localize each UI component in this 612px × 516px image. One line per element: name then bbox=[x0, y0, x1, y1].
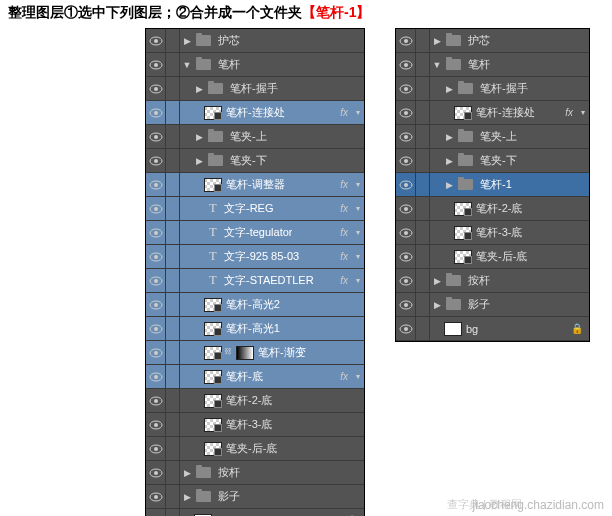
fx-toggle-icon[interactable]: ▾ bbox=[356, 108, 360, 117]
visibility-toggle[interactable] bbox=[146, 29, 166, 52]
visibility-icon[interactable] bbox=[149, 372, 163, 382]
row-content[interactable]: bg bbox=[180, 509, 364, 516]
layer-name[interactable]: 笔杆-3-底 bbox=[226, 417, 272, 432]
layer-name[interactable]: 笔杆-调整器 bbox=[226, 177, 285, 192]
row-content[interactable]: T文字-tegulator bbox=[180, 221, 364, 244]
layer-thumbnail[interactable] bbox=[204, 298, 222, 312]
row-content[interactable]: 笔杆-3-底 bbox=[180, 413, 364, 436]
layer-row[interactable]: ▶笔杆-握手 bbox=[146, 77, 364, 101]
row-content[interactable]: T文字-925 85-03 bbox=[180, 245, 364, 268]
visibility-toggle[interactable] bbox=[396, 269, 416, 292]
layer-row[interactable]: ▶按杆 bbox=[396, 269, 589, 293]
expand-toggle[interactable]: ▶ bbox=[182, 492, 192, 502]
expand-toggle[interactable]: ▶ bbox=[432, 300, 442, 310]
visibility-toggle[interactable] bbox=[146, 269, 166, 292]
visibility-toggle[interactable] bbox=[146, 149, 166, 172]
layer-name[interactable]: 笔夹-后-底 bbox=[476, 249, 527, 264]
visibility-toggle[interactable] bbox=[146, 173, 166, 196]
visibility-toggle[interactable] bbox=[146, 461, 166, 484]
expand-toggle[interactable]: ▶ bbox=[444, 180, 454, 190]
layer-name[interactable]: 笔杆 bbox=[468, 57, 490, 72]
visibility-toggle[interactable] bbox=[396, 317, 416, 340]
expand-toggle[interactable]: ▶ bbox=[444, 156, 454, 166]
layer-row[interactable]: ▶笔夹-下 bbox=[396, 149, 589, 173]
layer-row[interactable]: T文字-STAEDTLERfx▾ bbox=[146, 269, 364, 293]
visibility-toggle[interactable] bbox=[146, 341, 166, 364]
layer-name[interactable]: 笔杆-3-底 bbox=[476, 225, 522, 240]
visibility-toggle[interactable] bbox=[146, 125, 166, 148]
visibility-icon[interactable] bbox=[149, 348, 163, 358]
layer-row[interactable]: ▶护芯 bbox=[396, 29, 589, 53]
visibility-icon[interactable] bbox=[149, 468, 163, 478]
layer-row[interactable]: ▶笔杆-握手 bbox=[396, 77, 589, 101]
expand-toggle[interactable]: ▶ bbox=[182, 468, 192, 478]
layer-row[interactable]: 笔杆-2-底 bbox=[146, 389, 364, 413]
row-content[interactable]: T文字-STAEDTLER bbox=[180, 269, 364, 292]
row-content[interactable]: ⛓笔杆-渐变 bbox=[180, 341, 364, 364]
layer-thumbnail[interactable] bbox=[454, 226, 472, 240]
expand-toggle[interactable]: ▼ bbox=[432, 60, 442, 70]
visibility-icon[interactable] bbox=[149, 396, 163, 406]
row-content[interactable]: ▶笔杆-握手 bbox=[430, 77, 589, 100]
row-content[interactable]: 笔杆-高光2 bbox=[180, 293, 364, 316]
fx-toggle-icon[interactable]: ▾ bbox=[356, 372, 360, 381]
layer-row[interactable]: ▶影子 bbox=[396, 293, 589, 317]
layer-name[interactable]: 笔夹-后-底 bbox=[226, 441, 277, 456]
row-content[interactable]: ▶影子 bbox=[430, 293, 589, 316]
layer-row[interactable]: 笔杆-调整器fx▾ bbox=[146, 173, 364, 197]
visibility-toggle[interactable] bbox=[146, 101, 166, 124]
layer-thumbnail[interactable] bbox=[204, 322, 222, 336]
layer-name[interactable]: 笔杆-高光2 bbox=[226, 297, 280, 312]
fx-badge[interactable]: fx bbox=[340, 371, 348, 382]
visibility-icon[interactable] bbox=[149, 84, 163, 94]
layer-name[interactable]: 按杆 bbox=[468, 273, 490, 288]
layer-name[interactable]: 笔夹-上 bbox=[230, 129, 267, 144]
visibility-icon[interactable] bbox=[149, 300, 163, 310]
fx-badge[interactable]: fx bbox=[340, 275, 348, 286]
visibility-icon[interactable] bbox=[399, 108, 413, 118]
layer-name[interactable]: 笔杆-渐变 bbox=[258, 345, 306, 360]
layer-row[interactable]: bg🔒 bbox=[146, 509, 364, 516]
visibility-toggle[interactable] bbox=[396, 77, 416, 100]
layer-thumbnail[interactable] bbox=[204, 418, 222, 432]
visibility-icon[interactable] bbox=[399, 84, 413, 94]
row-content[interactable]: T文字-REG bbox=[180, 197, 364, 220]
row-content[interactable]: ▶笔夹-下 bbox=[430, 149, 589, 172]
layer-thumbnail[interactable] bbox=[204, 106, 222, 120]
layer-name[interactable]: 影子 bbox=[468, 297, 490, 312]
visibility-toggle[interactable] bbox=[396, 53, 416, 76]
layer-row[interactable]: ▶笔夹-上 bbox=[146, 125, 364, 149]
layer-row[interactable]: bg🔒 bbox=[396, 317, 589, 341]
visibility-icon[interactable] bbox=[149, 60, 163, 70]
row-content[interactable]: ▶笔夹-下 bbox=[180, 149, 364, 172]
row-content[interactable]: ▶影子 bbox=[180, 485, 364, 508]
visibility-icon[interactable] bbox=[399, 252, 413, 262]
fx-toggle-icon[interactable]: ▾ bbox=[356, 252, 360, 261]
row-content[interactable]: 笔杆-连接处 bbox=[180, 101, 364, 124]
layer-name[interactable]: 文字-tegulator bbox=[224, 225, 292, 240]
visibility-toggle[interactable] bbox=[396, 101, 416, 124]
expand-toggle[interactable]: ▶ bbox=[444, 84, 454, 94]
fx-toggle-icon[interactable]: ▾ bbox=[356, 204, 360, 213]
expand-toggle[interactable]: ▶ bbox=[432, 36, 442, 46]
visibility-icon[interactable] bbox=[399, 276, 413, 286]
layer-name[interactable]: 笔杆-2-底 bbox=[476, 201, 522, 216]
fx-badge[interactable]: fx bbox=[565, 107, 573, 118]
visibility-icon[interactable] bbox=[149, 132, 163, 142]
link-icon[interactable]: ⛓ bbox=[224, 347, 232, 359]
visibility-toggle[interactable] bbox=[396, 125, 416, 148]
visibility-icon[interactable] bbox=[149, 180, 163, 190]
layer-row[interactable]: 笔杆-3-底 bbox=[396, 221, 589, 245]
visibility-icon[interactable] bbox=[149, 36, 163, 46]
row-content[interactable]: 笔杆-2-底 bbox=[180, 389, 364, 412]
layer-name[interactable]: 笔杆-连接处 bbox=[476, 105, 535, 120]
fx-badge[interactable]: fx bbox=[340, 203, 348, 214]
visibility-toggle[interactable] bbox=[396, 293, 416, 316]
layer-row[interactable]: ▶护芯 bbox=[146, 29, 364, 53]
visibility-icon[interactable] bbox=[149, 444, 163, 454]
row-content[interactable]: ▶按杆 bbox=[180, 461, 364, 484]
layer-name[interactable]: 笔杆-握手 bbox=[230, 81, 278, 96]
layer-thumbnail[interactable] bbox=[454, 106, 472, 120]
visibility-toggle[interactable] bbox=[146, 389, 166, 412]
visibility-toggle[interactable] bbox=[146, 509, 166, 516]
